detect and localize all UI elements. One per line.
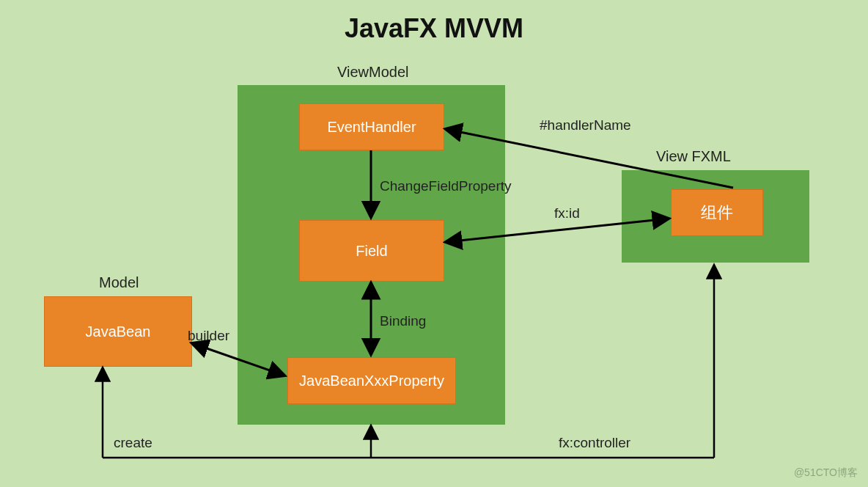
eventhandler-node: EventHandler [299, 103, 444, 150]
watermark: @51CTO博客 [794, 466, 858, 480]
javabean-node: JavaBean [44, 296, 192, 367]
diagram-title: JavaFX MVVM [0, 13, 868, 44]
edge-label-changefieldproperty: ChangeFieldProperty [380, 178, 512, 194]
edge-label-binding: Binding [380, 313, 426, 329]
edge-label-create: create [114, 435, 152, 451]
model-container-label: Model [99, 274, 139, 291]
component-node: 组件 [671, 189, 763, 236]
viewmodel-container-label: ViewModel [337, 64, 408, 81]
edge-label-fxcontroller: fx:controller [559, 435, 630, 451]
edge-label-handlername: #handlerName [540, 117, 631, 133]
edge-label-fxid: fx:id [554, 205, 580, 221]
view-container-label: View FXML [656, 148, 731, 165]
edge-label-builder: builder [188, 328, 229, 344]
field-node: Field [299, 220, 444, 282]
javabeanxxxproperty-node: JavaBeanXxxProperty [287, 357, 456, 404]
